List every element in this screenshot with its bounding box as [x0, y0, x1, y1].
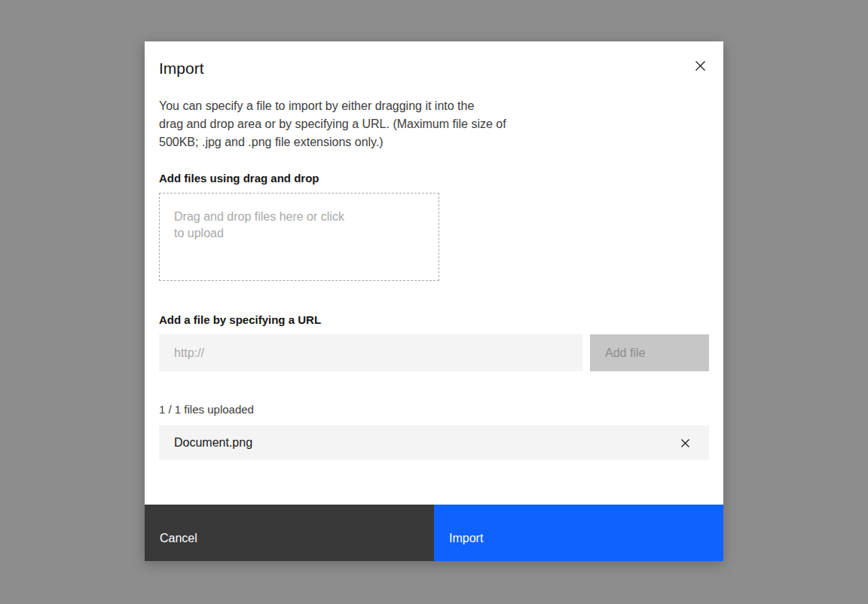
- modal-overlay: Import You can specify a file to import …: [0, 0, 868, 604]
- modal-body: Import You can specify a file to import …: [145, 41, 723, 505]
- dropzone-placeholder: Drag and drop files here or click to upl…: [174, 209, 424, 242]
- uploaded-file-row: Document.png: [159, 426, 709, 460]
- modal-footer: Cancel Import: [145, 505, 723, 561]
- url-input[interactable]: [159, 334, 582, 371]
- remove-file-button[interactable]: [677, 435, 692, 450]
- uploaded-file-name: Document.png: [174, 436, 252, 450]
- dropzone-placeholder-line: Drag and drop files here or click: [174, 209, 424, 225]
- url-section-label: Add a file by specifying a URL: [159, 314, 709, 326]
- url-input-row: Add file: [159, 334, 709, 371]
- import-button[interactable]: Import: [434, 505, 723, 561]
- drag-drop-section-label: Add files using drag and drop: [159, 172, 709, 185]
- modal-description: You can specify a file to import by eith…: [159, 97, 709, 151]
- modal-close-button[interactable]: [689, 55, 711, 76]
- description-line: drag and drop area or by specifying a UR…: [159, 115, 709, 133]
- description-line: 500KB; .jpg and .png file extensions onl…: [159, 133, 709, 151]
- description-line: You can specify a file to import by eith…: [159, 97, 709, 115]
- cancel-button[interactable]: Cancel: [145, 505, 434, 561]
- remove-file-icon: [680, 438, 690, 448]
- close-icon: [695, 60, 706, 72]
- import-modal: Import You can specify a file to import …: [145, 41, 723, 561]
- modal-title: Import: [159, 58, 709, 79]
- dropzone-placeholder-line: to upload: [174, 225, 424, 242]
- upload-status-text: 1 / 1 files uploaded: [159, 404, 709, 416]
- file-dropzone[interactable]: Drag and drop files here or click to upl…: [159, 193, 439, 281]
- add-file-button[interactable]: Add file: [590, 334, 709, 371]
